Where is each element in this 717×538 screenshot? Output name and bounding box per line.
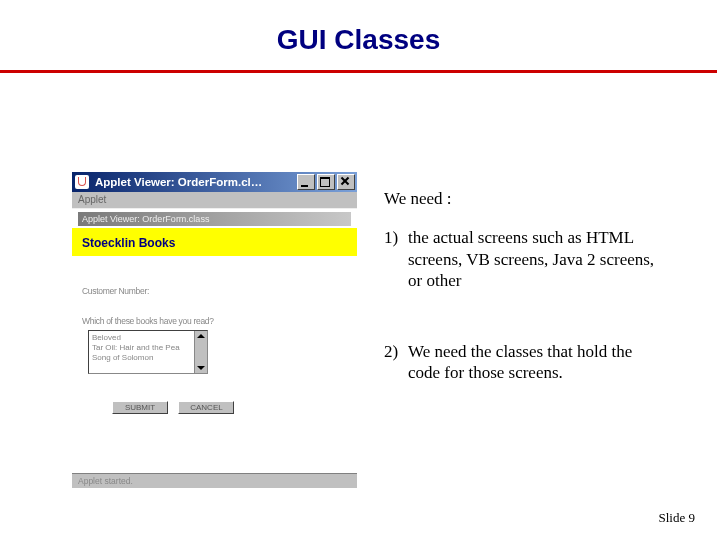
- java-icon: [75, 175, 89, 189]
- applet-window: Applet Viewer: OrderForm.cl… Applet Appl…: [72, 172, 357, 488]
- list-option[interactable]: Tar Oil: Hair and the Pea: [92, 343, 204, 353]
- inner-titlebar: Applet Viewer: OrderForm.class: [78, 212, 351, 226]
- book-list-label: Which of these books have you read?: [82, 316, 214, 326]
- maximize-button[interactable]: [317, 174, 335, 190]
- customer-number-label: Customer Number:: [82, 286, 149, 296]
- submit-button[interactable]: SUBMIT: [112, 401, 168, 414]
- window-buttons: [295, 174, 355, 190]
- list-body: the actual screens such as HTML screens,…: [408, 227, 664, 291]
- slide-title: GUI Classes: [0, 0, 717, 56]
- cancel-button[interactable]: CANCEL: [178, 401, 234, 414]
- list-body: We need the classes that hold the code f…: [408, 341, 664, 384]
- menu-bar[interactable]: Applet: [72, 192, 357, 209]
- menu-applet[interactable]: Applet: [78, 194, 106, 205]
- slide: GUI Classes We need : 1) the actual scre…: [0, 0, 717, 538]
- list-number: 2): [384, 341, 408, 384]
- list-item: 2) We need the classes that hold the cod…: [384, 341, 664, 384]
- lead-text: We need :: [384, 188, 664, 209]
- close-button[interactable]: [337, 174, 355, 190]
- button-row: SUBMIT CANCEL: [112, 396, 240, 414]
- scrollbar[interactable]: [194, 331, 207, 373]
- window-title: Applet Viewer: OrderForm.cl…: [95, 176, 295, 188]
- book-listbox[interactable]: Beloved Tar Oil: Hair and the Pea Song o…: [88, 330, 208, 374]
- list-number: 1): [384, 227, 408, 291]
- list-option[interactable]: Song of Solomon: [92, 353, 204, 363]
- title-underline: [0, 70, 717, 73]
- slide-number: Slide 9: [659, 510, 695, 526]
- list-option[interactable]: Beloved: [92, 333, 204, 343]
- brand-banner: Stoecklin Books: [72, 228, 357, 256]
- status-bar: Applet started.: [72, 473, 357, 488]
- list-item: 1) the actual screens such as HTML scree…: [384, 227, 664, 291]
- applet-body: Customer Number: Which of these books ha…: [72, 256, 357, 474]
- window-titlebar[interactable]: Applet Viewer: OrderForm.cl…: [72, 172, 357, 192]
- minimize-button[interactable]: [297, 174, 315, 190]
- body-text: We need : 1) the actual screens such as …: [384, 188, 664, 434]
